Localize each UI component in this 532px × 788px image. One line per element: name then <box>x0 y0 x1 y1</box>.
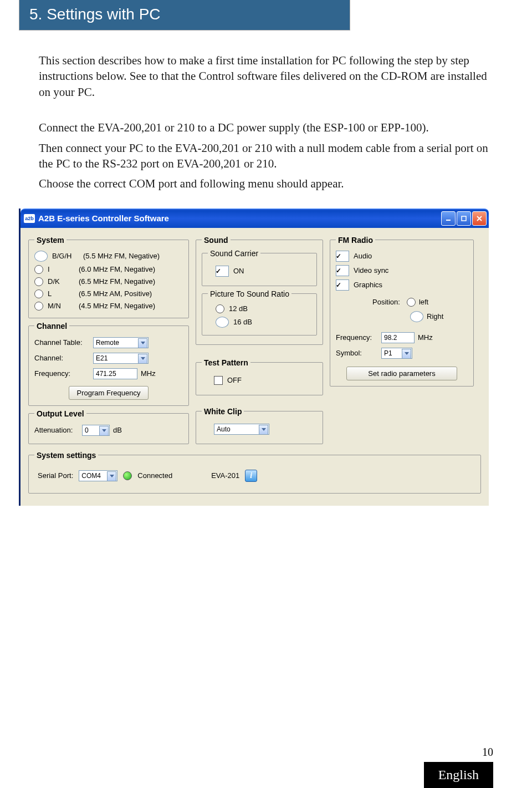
sound-carrier-group: Sound Carrier ON <box>202 249 317 286</box>
paragraph: Choose the correct COM port and followin… <box>39 176 493 191</box>
radio-icon[interactable] <box>410 311 423 322</box>
fm-frequency-input[interactable]: 98.2 <box>381 332 415 343</box>
attenuation-select[interactable]: 0 <box>82 425 110 436</box>
white-clip-select[interactable]: Auto <box>214 424 269 435</box>
radio-icon <box>216 317 229 328</box>
position-label: Position: <box>372 298 400 306</box>
sound-carrier-on[interactable]: ON <box>208 262 311 280</box>
sound-group: Sound Sound Carrier ON Picture To Sound … <box>196 236 323 345</box>
test-pattern-legend: Test Pattern <box>202 358 250 367</box>
output-level-legend: Output Level <box>34 409 86 418</box>
maximize-button[interactable] <box>457 211 471 226</box>
output-level-group: Output Level Attenuation: 0 dB <box>28 409 189 444</box>
fm-frequency-unit: MHz <box>418 333 433 342</box>
chevron-down-icon <box>99 426 109 436</box>
chevron-down-icon <box>138 354 147 364</box>
channel-group: Channel Channel Table: Remote Channel: E… <box>28 322 189 406</box>
close-button[interactable] <box>472 211 487 226</box>
attenuation-label: Attenuation: <box>34 426 79 434</box>
system-legend: System <box>34 236 66 245</box>
connection-status-icon <box>123 471 132 480</box>
chevron-down-icon <box>138 338 147 348</box>
fm-audio-check[interactable]: Audio <box>336 249 468 263</box>
minimize-button[interactable] <box>441 211 456 226</box>
system-option[interactable]: D/K (6.5 MHz FM, Negative) <box>34 276 183 288</box>
fm-graphics-check[interactable]: Graphics <box>336 278 468 292</box>
serial-port-label: Serial Port: <box>38 471 73 480</box>
radio-icon <box>216 304 224 313</box>
fm-symbol-select[interactable]: P1 <box>381 348 412 359</box>
channel-label: Channel: <box>34 354 90 362</box>
checkbox-icon <box>336 265 349 276</box>
system-option[interactable]: I (6.0 MHz FM, Negative) <box>34 263 183 276</box>
chevron-down-icon <box>107 471 116 481</box>
white-clip-legend: White Clip <box>202 407 244 416</box>
window-titlebar: a2b A2B E-series Controller Software <box>21 209 489 228</box>
radio-icon[interactable] <box>407 298 416 307</box>
paragraph: Then connect your PC to the EVA-200,201 … <box>39 140 493 172</box>
system-option[interactable]: L (6.5 MHz AM, Positive) <box>34 288 183 300</box>
device-name: EVA-201 <box>211 471 239 480</box>
sound-carrier-legend: Sound Carrier <box>208 249 260 258</box>
info-icon[interactable]: i <box>245 470 257 482</box>
ratio-option[interactable]: 16 dB <box>208 315 311 329</box>
language-badge: English <box>424 762 493 788</box>
channel-legend: Channel <box>34 322 69 331</box>
body-text: This section describes how to make a fir… <box>39 53 493 192</box>
test-pattern-group: Test Pattern OFF <box>196 358 323 395</box>
channel-table-label: Channel Table: <box>34 338 90 347</box>
serial-port-select[interactable]: COM4 <box>79 470 117 481</box>
fm-radio-legend: FM Radio <box>336 236 375 245</box>
system-group: System B/G/H (5.5 MHz FM, Negative) I (6… <box>28 236 189 318</box>
sound-legend: Sound <box>202 236 231 245</box>
channel-select[interactable]: E21 <box>93 353 149 364</box>
app-icon: a2b <box>24 214 35 223</box>
system-option[interactable]: M/N (4.5 MHz FM, Negative) <box>34 300 183 312</box>
frequency-label: Frequency: <box>34 369 90 378</box>
channel-table-select[interactable]: Remote <box>93 337 149 348</box>
radio-icon <box>34 265 43 274</box>
system-settings-group: System settings Serial Port: COM4 Connec… <box>28 451 481 494</box>
paragraph: This section describes how to make a fir… <box>39 53 493 100</box>
test-pattern-off[interactable]: OFF <box>202 372 317 389</box>
picture-sound-ratio-group: Picture To Sound Ratio 12 dB 16 dB <box>202 289 317 335</box>
fm-radio-group: FM Radio Audio Video sync Graphics P <box>330 236 474 387</box>
checkbox-icon <box>336 279 349 291</box>
radio-icon <box>34 302 43 311</box>
chevron-down-icon <box>402 349 411 359</box>
radio-icon <box>34 277 43 286</box>
ratio-option[interactable]: 12 dB <box>208 303 311 315</box>
frequency-unit: MHz <box>141 369 156 378</box>
section-heading: 5. Settings with PC <box>19 0 350 30</box>
checkbox-icon <box>216 266 229 277</box>
application-screenshot: a2b A2B E-series Controller Software Sys… <box>19 209 489 506</box>
fm-symbol-label: Symbol: <box>336 349 378 357</box>
program-frequency-button[interactable]: Program Frequency <box>69 386 149 400</box>
ratio-legend: Picture To Sound Ratio <box>208 289 291 298</box>
svg-rect-0 <box>446 220 451 221</box>
white-clip-group: White Clip Auto <box>196 407 323 444</box>
frequency-input[interactable]: 471.25 <box>93 368 137 379</box>
system-settings-legend: System settings <box>34 451 98 460</box>
connection-status: Connected <box>137 471 172 480</box>
window-title: A2B E-series Controller Software <box>38 213 441 223</box>
set-radio-parameters-button[interactable]: Set radio parameters <box>346 367 457 380</box>
fm-frequency-label: Frequency: <box>336 333 378 342</box>
fm-video-sync-check[interactable]: Video sync <box>336 263 468 278</box>
paragraph: Connect the EVA-200,201 or 210 to a DC p… <box>39 120 493 135</box>
chevron-down-icon <box>259 425 268 435</box>
svg-rect-1 <box>462 216 466 221</box>
checkbox-icon <box>336 251 349 262</box>
system-option[interactable]: B/G/H (5.5 MHz FM, Negative) <box>34 249 183 263</box>
page-number: 10 <box>424 746 493 759</box>
radio-icon <box>34 251 48 262</box>
attenuation-unit: dB <box>113 426 122 434</box>
radio-icon <box>34 289 43 298</box>
checkbox-icon <box>214 376 223 385</box>
